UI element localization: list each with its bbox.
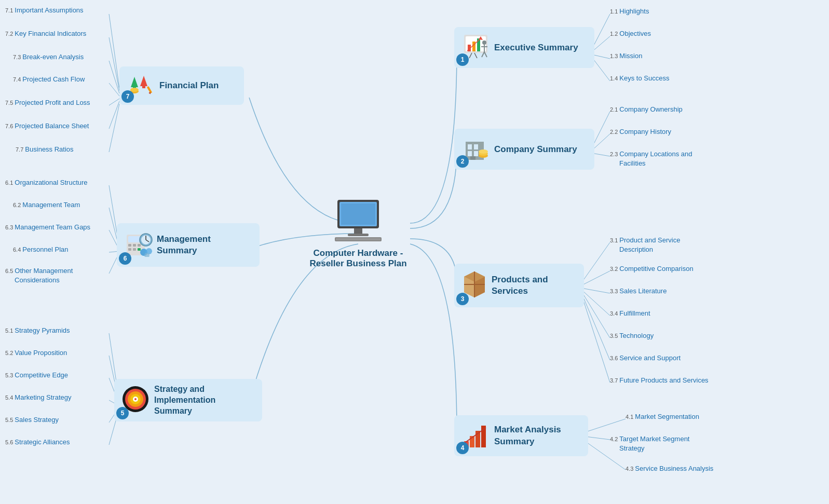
- svg-rect-38: [354, 228, 362, 234]
- sub-prod-6[interactable]: 3.6 Service and Support: [610, 353, 681, 362]
- svg-line-26: [581, 271, 610, 285]
- mind-map: Computer Hardware - Reseller Business Pl…: [0, 0, 829, 504]
- sub-mkt-3[interactable]: 4.3 Service Business Analysis: [626, 464, 713, 473]
- svg-line-30: [581, 293, 610, 360]
- svg-line-4: [109, 99, 119, 105]
- sub-strat-5[interactable]: 5.5 Sales Strategy: [5, 415, 59, 424]
- sub-financial-5[interactable]: 7.5 Projected Profit and Loss: [5, 98, 90, 107]
- sub-comp-1[interactable]: 2.1 Company Ownership: [610, 104, 683, 114]
- svg-rect-90: [470, 156, 475, 160]
- svg-line-83: [469, 53, 472, 58]
- sub-mgmt-3[interactable]: 6.3 Management Team Gaps: [5, 222, 90, 231]
- svg-line-5: [109, 101, 119, 129]
- branch-management[interactable]: 6: [117, 223, 260, 267]
- svg-rect-89: [474, 151, 478, 156]
- market-label: Market AnalysisSummary: [494, 425, 561, 446]
- svg-line-22: [592, 112, 610, 148]
- sub-mkt-1[interactable]: 4.1 Market Segmentation: [626, 412, 699, 421]
- svg-point-78: [482, 40, 486, 45]
- center-label-line1: Computer Hardware -: [314, 248, 403, 258]
- sub-mgmt-4[interactable]: 6.4 Personnel Plan: [13, 244, 69, 254]
- sub-exec-4[interactable]: 1.4 Keys to Success: [610, 73, 669, 83]
- center-label-line2: Reseller Business Plan: [309, 258, 406, 268]
- sub-exec-2[interactable]: 1.2 Objectives: [610, 29, 651, 38]
- financial-badge: 7: [121, 90, 134, 103]
- sub-prod-4[interactable]: 3.4 Fulfillment: [610, 308, 650, 318]
- svg-line-6: [109, 104, 119, 152]
- center-node: Computer Hardware - Reseller Business Pl…: [306, 197, 410, 269]
- svg-line-18: [592, 14, 610, 49]
- svg-line-19: [592, 36, 610, 52]
- svg-rect-57: [138, 248, 141, 251]
- management-badge: 6: [119, 252, 131, 265]
- svg-rect-74: [472, 42, 475, 51]
- sub-mgmt-1[interactable]: 6.1 Organizational Structure: [5, 178, 88, 187]
- svg-rect-88: [468, 151, 472, 156]
- management-label: ManagementSummary: [157, 234, 211, 255]
- sub-financial-7[interactable]: 7.7 Business Ratios: [16, 144, 74, 154]
- sub-financial-3[interactable]: 7.3 Break-even Analysis: [13, 52, 84, 61]
- svg-line-20: [592, 55, 610, 59]
- products-label: Products andServices: [492, 275, 548, 296]
- svg-line-31: [581, 294, 610, 383]
- sub-financial-1[interactable]: 7.1 Important Assumptions: [5, 5, 84, 15]
- branch-strategy[interactable]: 5 Strategy andImplementationSummary: [114, 379, 262, 421]
- sub-financial-2[interactable]: 7.2 Key Financial Indicators: [5, 29, 86, 38]
- svg-rect-87: [474, 144, 478, 149]
- svg-line-2: [109, 61, 119, 93]
- sub-comp-2[interactable]: 2.2 Company History: [610, 127, 671, 136]
- sub-mkt-2[interactable]: 4.2 Target Market Segment Strategy: [610, 434, 689, 453]
- svg-line-3: [109, 83, 119, 96]
- sub-comp-3[interactable]: 2.3 Company Locations and Facilities: [610, 149, 692, 168]
- sub-prod-3[interactable]: 3.3 Sales Literature: [610, 286, 667, 295]
- sub-strat-2[interactable]: 5.2 Value Proposition: [5, 348, 67, 357]
- svg-rect-45: [142, 82, 145, 88]
- svg-line-24: [592, 153, 610, 156]
- svg-point-70: [134, 398, 137, 400]
- executive-badge: 1: [456, 53, 469, 66]
- company-label: Company Summary: [494, 144, 577, 155]
- svg-rect-52: [128, 244, 131, 247]
- svg-line-25: [581, 242, 610, 283]
- sub-strat-3[interactable]: 5.3 Competitive Edge: [5, 370, 68, 379]
- market-badge: 4: [456, 442, 469, 454]
- branch-market[interactable]: 4 Market AnalysisSummary: [454, 415, 588, 456]
- svg-rect-54: [138, 244, 141, 247]
- svg-line-21: [592, 57, 610, 81]
- svg-rect-41: [336, 238, 380, 240]
- company-badge: 2: [456, 155, 469, 168]
- strategy-label: Strategy andImplementationSummary: [154, 385, 215, 415]
- branch-products[interactable]: 3 Products andServices: [454, 264, 584, 307]
- svg-line-28: [581, 290, 610, 316]
- svg-line-29: [581, 291, 610, 338]
- sub-prod-5[interactable]: 3.5 Technology: [610, 331, 654, 340]
- sub-financial-6[interactable]: 7.6 Projected Balance Sheet: [5, 121, 89, 130]
- computer-icon: [330, 197, 387, 244]
- sub-financial-4[interactable]: 7.4 Projected Cash Flow: [13, 74, 85, 84]
- sub-strat-4[interactable]: 5.4 Marketing Strategy: [5, 392, 71, 402]
- svg-line-27: [581, 288, 610, 293]
- products-badge: 3: [456, 293, 469, 305]
- svg-line-84: [474, 53, 477, 58]
- sub-prod-7[interactable]: 3.7 Future Products and Services: [610, 375, 709, 385]
- svg-line-23: [592, 134, 610, 151]
- sub-prod-1[interactable]: 3.1 Product and Service Description: [610, 235, 680, 254]
- sub-mgmt-2[interactable]: 6.2 Management Team: [13, 200, 80, 209]
- strategy-badge: 5: [116, 407, 129, 419]
- svg-line-1: [109, 37, 119, 91]
- svg-rect-56: [133, 248, 136, 251]
- branch-company[interactable]: 2 Company Summary: [454, 129, 594, 170]
- branch-executive[interactable]: 1: [454, 27, 594, 68]
- sub-strat-6[interactable]: 5.6 Strategic Alliances: [5, 437, 70, 446]
- sub-prod-2[interactable]: 3.2 Competitive Comparison: [610, 264, 694, 273]
- branch-financial[interactable]: 7 Financial Plan: [119, 66, 244, 105]
- svg-rect-46: [147, 86, 152, 93]
- sub-mgmt-5[interactable]: 6.5 Other Management Considerations: [5, 266, 73, 284]
- svg-point-93: [479, 149, 488, 154]
- financial-label: Financial Plan: [159, 80, 219, 91]
- svg-rect-53: [133, 244, 136, 247]
- sub-exec-1[interactable]: 1.1 Highlights: [610, 6, 649, 16]
- svg-rect-37: [341, 203, 375, 225]
- sub-exec-3[interactable]: 1.3 Mission: [610, 51, 642, 60]
- sub-strat-1[interactable]: 5.1 Strategy Pyramids: [5, 325, 70, 335]
